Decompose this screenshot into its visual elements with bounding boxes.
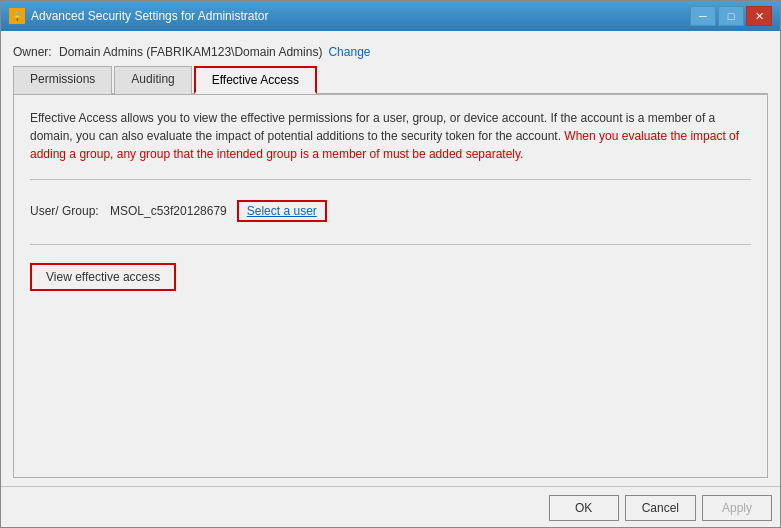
cancel-button[interactable]: Cancel <box>625 495 696 521</box>
tab-permissions[interactable]: Permissions <box>13 66 112 94</box>
description-text: Effective Access allows you to view the … <box>30 109 751 163</box>
apply-button[interactable]: Apply <box>702 495 772 521</box>
main-window: 🔒 Advanced Security Settings for Adminis… <box>0 0 781 528</box>
owner-row: Owner: Domain Admins (FABRIKAM123\Domain… <box>13 39 768 65</box>
button-bar: OK Cancel Apply <box>1 486 780 527</box>
tabs-container: Permissions Auditing Effective Access <box>13 65 768 95</box>
content-area: Effective Access allows you to view the … <box>13 95 768 478</box>
user-group-label: User/ Group: <box>30 204 100 218</box>
close-button[interactable]: ✕ <box>746 6 772 26</box>
window-body: Owner: Domain Admins (FABRIKAM123\Domain… <box>1 31 780 486</box>
owner-value: Domain Admins (FABRIKAM123\Domain Admins… <box>59 45 322 59</box>
select-user-button[interactable]: Select a user <box>237 200 327 222</box>
title-bar-left: 🔒 Advanced Security Settings for Adminis… <box>9 8 268 24</box>
window-icon: 🔒 <box>9 8 25 24</box>
window-title: Advanced Security Settings for Administr… <box>31 9 268 23</box>
maximize-button[interactable]: □ <box>718 6 744 26</box>
user-group-row: User/ Group: MSOL_c53f20128679 Select a … <box>30 196 751 226</box>
title-bar: 🔒 Advanced Security Settings for Adminis… <box>1 1 780 31</box>
ok-button[interactable]: OK <box>549 495 619 521</box>
divider1 <box>30 179 751 180</box>
spacer <box>30 303 751 463</box>
tab-auditing[interactable]: Auditing <box>114 66 191 94</box>
tab-effective-access[interactable]: Effective Access <box>194 66 317 94</box>
title-bar-controls: ─ □ ✕ <box>690 6 772 26</box>
minimize-button[interactable]: ─ <box>690 6 716 26</box>
change-owner-link[interactable]: Change <box>328 45 370 59</box>
divider2 <box>30 244 751 245</box>
user-group-value: MSOL_c53f20128679 <box>110 204 227 218</box>
owner-label: Owner: <box>13 45 53 59</box>
view-effective-access-button[interactable]: View effective access <box>30 263 176 291</box>
